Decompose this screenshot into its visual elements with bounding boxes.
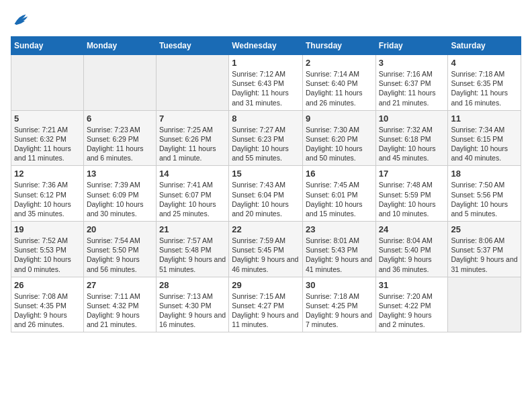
day-info: Sunrise: 7:32 AM Sunset: 6:18 PM Dayligh…	[379, 125, 445, 163]
calendar-cell: 9Sunrise: 7:30 AM Sunset: 6:20 PM Daylig…	[302, 110, 375, 166]
calendar-cell: 25Sunrise: 8:06 AM Sunset: 5:37 PM Dayli…	[448, 222, 521, 277]
calendar-cell: 28Sunrise: 7:13 AM Sunset: 4:30 PM Dayli…	[156, 277, 228, 332]
calendar-cell: 6Sunrise: 7:23 AM Sunset: 6:29 PM Daylig…	[83, 110, 156, 166]
day-info: Sunrise: 7:48 AM Sunset: 5:59 PM Dayligh…	[379, 180, 445, 218]
calendar-cell: 5Sunrise: 7:21 AM Sunset: 6:32 PM Daylig…	[11, 110, 84, 166]
calendar-cell: 22Sunrise: 7:59 AM Sunset: 5:45 PM Dayli…	[229, 222, 303, 277]
calendar-cell: 14Sunrise: 7:41 AM Sunset: 6:07 PM Dayli…	[156, 166, 228, 222]
logo-icon	[11, 11, 30, 30]
calendar-cell: 3Sunrise: 7:16 AM Sunset: 6:37 PM Daylig…	[375, 55, 448, 111]
calendar-cell: 18Sunrise: 7:50 AM Sunset: 5:56 PM Dayli…	[448, 166, 521, 222]
day-number: 20	[87, 224, 153, 234]
page-header	[11, 11, 521, 30]
calendar-week-1: 1Sunrise: 7:12 AM Sunset: 6:43 PM Daylig…	[11, 55, 521, 111]
day-info: Sunrise: 7:34 AM Sunset: 6:15 PM Dayligh…	[451, 125, 518, 163]
day-number: 30	[306, 280, 373, 290]
calendar-cell: 12Sunrise: 7:36 AM Sunset: 6:12 PM Dayli…	[11, 166, 84, 222]
calendar-header: SundayMondayTuesdayWednesdayThursdayFrid…	[11, 37, 521, 55]
calendar-table: SundayMondayTuesdayWednesdayThursdayFrid…	[11, 36, 521, 332]
day-number: 25	[451, 224, 518, 234]
day-info: Sunrise: 7:11 AM Sunset: 4:32 PM Dayligh…	[87, 291, 153, 330]
day-number: 24	[379, 224, 445, 234]
calendar-week-2: 5Sunrise: 7:21 AM Sunset: 6:32 PM Daylig…	[11, 110, 521, 166]
calendar-cell	[83, 55, 156, 111]
day-info: Sunrise: 7:39 AM Sunset: 6:09 PM Dayligh…	[87, 180, 153, 218]
day-info: Sunrise: 7:54 AM Sunset: 5:50 PM Dayligh…	[87, 236, 153, 274]
weekday-header-tuesday: Tuesday	[156, 37, 228, 55]
day-number: 26	[14, 280, 81, 290]
day-info: Sunrise: 7:30 AM Sunset: 6:20 PM Dayligh…	[306, 125, 373, 163]
calendar-week-5: 26Sunrise: 7:08 AM Sunset: 4:35 PM Dayli…	[11, 277, 521, 332]
weekday-header-wednesday: Wednesday	[229, 37, 303, 55]
day-number: 27	[87, 280, 153, 290]
calendar-cell	[156, 55, 228, 111]
day-info: Sunrise: 7:15 AM Sunset: 4:27 PM Dayligh…	[232, 291, 300, 330]
calendar-cell: 10Sunrise: 7:32 AM Sunset: 6:18 PM Dayli…	[375, 110, 448, 166]
calendar-cell: 13Sunrise: 7:39 AM Sunset: 6:09 PM Dayli…	[83, 166, 156, 222]
day-number: 31	[379, 280, 445, 290]
calendar-cell: 31Sunrise: 7:20 AM Sunset: 4:22 PM Dayli…	[375, 277, 448, 332]
day-number: 10	[379, 113, 445, 124]
calendar-cell: 21Sunrise: 7:57 AM Sunset: 5:48 PM Dayli…	[156, 222, 228, 277]
weekday-header-sunday: Sunday	[11, 37, 84, 55]
day-info: Sunrise: 7:14 AM Sunset: 6:40 PM Dayligh…	[306, 69, 373, 107]
calendar-cell: 11Sunrise: 7:34 AM Sunset: 6:15 PM Dayli…	[448, 110, 521, 166]
day-number: 19	[14, 224, 81, 234]
weekday-header-row: SundayMondayTuesdayWednesdayThursdayFrid…	[11, 37, 521, 55]
calendar-week-3: 12Sunrise: 7:36 AM Sunset: 6:12 PM Dayli…	[11, 166, 521, 222]
day-info: Sunrise: 8:06 AM Sunset: 5:37 PM Dayligh…	[451, 236, 518, 274]
day-info: Sunrise: 7:45 AM Sunset: 6:01 PM Dayligh…	[306, 180, 373, 218]
day-number: 8	[232, 113, 300, 124]
day-number: 16	[306, 169, 373, 179]
day-info: Sunrise: 7:18 AM Sunset: 6:35 PM Dayligh…	[451, 69, 518, 107]
weekday-header-saturday: Saturday	[448, 37, 521, 55]
calendar-cell: 1Sunrise: 7:12 AM Sunset: 6:43 PM Daylig…	[229, 55, 303, 111]
day-info: Sunrise: 7:52 AM Sunset: 5:53 PM Dayligh…	[14, 236, 81, 274]
day-number: 6	[87, 113, 153, 124]
day-info: Sunrise: 7:12 AM Sunset: 6:43 PM Dayligh…	[232, 69, 300, 107]
day-info: Sunrise: 7:18 AM Sunset: 4:25 PM Dayligh…	[306, 291, 373, 330]
day-number: 1	[232, 58, 300, 68]
day-info: Sunrise: 7:25 AM Sunset: 6:26 PM Dayligh…	[159, 125, 226, 163]
day-number: 7	[159, 113, 226, 124]
day-info: Sunrise: 7:57 AM Sunset: 5:48 PM Dayligh…	[159, 236, 226, 274]
day-info: Sunrise: 7:08 AM Sunset: 4:35 PM Dayligh…	[14, 291, 81, 330]
calendar-week-4: 19Sunrise: 7:52 AM Sunset: 5:53 PM Dayli…	[11, 222, 521, 277]
day-info: Sunrise: 7:59 AM Sunset: 5:45 PM Dayligh…	[232, 236, 300, 274]
day-number: 12	[14, 169, 81, 179]
day-number: 14	[159, 169, 226, 179]
calendar-cell: 16Sunrise: 7:45 AM Sunset: 6:01 PM Dayli…	[302, 166, 375, 222]
day-info: Sunrise: 7:20 AM Sunset: 4:22 PM Dayligh…	[379, 291, 445, 330]
day-number: 9	[306, 113, 373, 124]
day-number: 2	[306, 58, 373, 68]
calendar-body: 1Sunrise: 7:12 AM Sunset: 6:43 PM Daylig…	[11, 55, 521, 332]
calendar-cell	[11, 55, 84, 111]
day-number: 23	[306, 224, 373, 234]
day-number: 4	[451, 58, 518, 68]
calendar-cell: 8Sunrise: 7:27 AM Sunset: 6:23 PM Daylig…	[229, 110, 303, 166]
day-number: 15	[232, 169, 300, 179]
day-info: Sunrise: 7:36 AM Sunset: 6:12 PM Dayligh…	[14, 180, 81, 218]
weekday-header-thursday: Thursday	[302, 37, 375, 55]
calendar-cell: 17Sunrise: 7:48 AM Sunset: 5:59 PM Dayli…	[375, 166, 448, 222]
calendar-cell: 24Sunrise: 8:04 AM Sunset: 5:40 PM Dayli…	[375, 222, 448, 277]
calendar-cell: 30Sunrise: 7:18 AM Sunset: 4:25 PM Dayli…	[302, 277, 375, 332]
day-info: Sunrise: 8:04 AM Sunset: 5:40 PM Dayligh…	[379, 236, 445, 274]
day-number: 29	[232, 280, 300, 290]
calendar-cell: 4Sunrise: 7:18 AM Sunset: 6:35 PM Daylig…	[448, 55, 521, 111]
calendar-cell: 27Sunrise: 7:11 AM Sunset: 4:32 PM Dayli…	[83, 277, 156, 332]
weekday-header-monday: Monday	[83, 37, 156, 55]
day-number: 21	[159, 224, 226, 234]
day-number: 18	[451, 169, 518, 179]
calendar-cell: 20Sunrise: 7:54 AM Sunset: 5:50 PM Dayli…	[83, 222, 156, 277]
day-number: 5	[14, 113, 81, 124]
calendar-cell: 19Sunrise: 7:52 AM Sunset: 5:53 PM Dayli…	[11, 222, 84, 277]
day-number: 22	[232, 224, 300, 234]
day-info: Sunrise: 7:50 AM Sunset: 5:56 PM Dayligh…	[451, 180, 518, 218]
day-number: 3	[379, 58, 445, 68]
day-number: 17	[379, 169, 445, 179]
calendar-cell: 15Sunrise: 7:43 AM Sunset: 6:04 PM Dayli…	[229, 166, 303, 222]
calendar-cell: 26Sunrise: 7:08 AM Sunset: 4:35 PM Dayli…	[11, 277, 84, 332]
day-info: Sunrise: 7:13 AM Sunset: 4:30 PM Dayligh…	[159, 291, 226, 330]
calendar-cell	[448, 277, 521, 332]
